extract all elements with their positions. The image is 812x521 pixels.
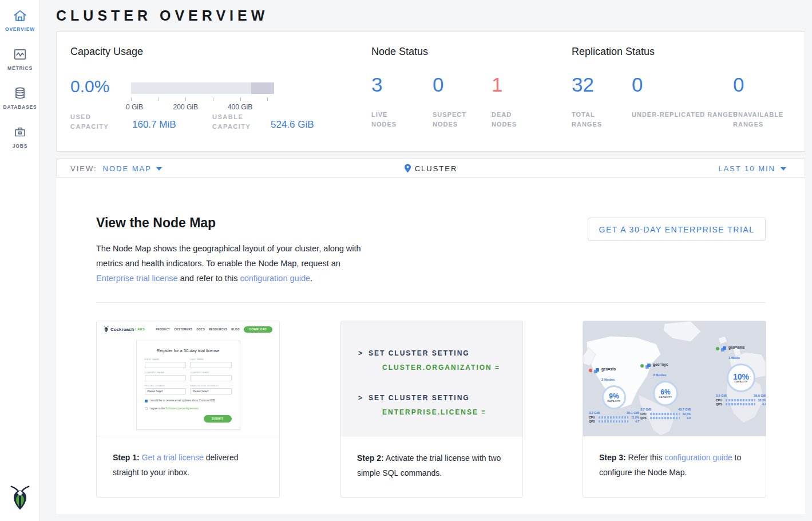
- usable-capacity-value: 524.6 GiB: [271, 119, 314, 131]
- qps-value: 4.7: [630, 420, 639, 423]
- locality-node-count: 2 Nodes: [653, 373, 666, 377]
- jobs-icon: [0, 125, 40, 140]
- under-replicated-ranges-label: UNDER-REPLICATED RANGES: [632, 110, 738, 120]
- enterprise-trial-license-link[interactable]: Enterprise trial license: [96, 274, 178, 283]
- capacity-usage-title: Capacity Usage: [70, 46, 143, 58]
- cpu-value: 42.5%: [682, 412, 691, 416]
- step-3-caption: Step 3: Refer this configuration guide t…: [583, 436, 766, 480]
- mini-form-title: Register for a 30-day trial license: [145, 348, 232, 353]
- capacity-total: 43.7 GiB: [678, 408, 691, 411]
- cpu-label: CPU: [640, 412, 648, 416]
- step-label: Step 1:: [113, 453, 140, 462]
- step-1-caption: Step 1: Get a trial license delivered st…: [97, 436, 279, 480]
- capacity-total: 36.6 GiB: [754, 394, 766, 397]
- sql-setting: CLUSTER.ORGANIZATION =: [358, 361, 522, 375]
- replication-status-title: Replication Status: [572, 46, 655, 58]
- sidebar-item-label: DATABASES: [0, 104, 40, 110]
- mini-field-label: REASON FOR INTEREST: [190, 385, 232, 387]
- step-3-card: geo=sfo2 Nodes 9% CAPACITY 3.2 GiB35.1 G…: [583, 321, 766, 498]
- section-divider: [96, 302, 766, 303]
- breadcrumb: CLUSTER: [57, 164, 805, 173]
- mini-checkbox-checked: [145, 400, 148, 402]
- home-icon: [0, 8, 40, 23]
- sidebar-item-overview[interactable]: OVERVIEW: [0, 0, 40, 39]
- step-label: Step 2:: [357, 453, 384, 463]
- cpu-label: CPU: [716, 398, 724, 402]
- node-status-section: Node Status 3 LIVE NODES 0 SUSPECT NODES…: [371, 32, 560, 151]
- capacity-label: CAPACITY: [607, 400, 620, 402]
- unavailable-ranges-value: 0: [733, 73, 744, 96]
- gauge-tick-label: 200 GiB: [173, 103, 198, 111]
- suspect-nodes-label: SUSPECT NODES: [433, 110, 466, 129]
- qps-value: 0.0: [682, 416, 691, 420]
- mini-input: [190, 375, 232, 381]
- mini-field-label: PROJECT PHASE: [145, 385, 187, 387]
- caption-text: Refer this: [626, 453, 665, 462]
- capacity-percent: 10%: [733, 373, 749, 380]
- capacity-gauge-nonusable-segment: [251, 82, 274, 94]
- step-2-caption: Step 2: Activate the trial license with …: [341, 437, 522, 480]
- cpu-value: 11.0%: [630, 416, 639, 419]
- get-trial-license-link[interactable]: Get a trial license: [142, 453, 204, 462]
- locality-name: geo=sfo: [601, 367, 616, 371]
- mini-nav-item: RESOURCES: [209, 328, 227, 331]
- capacity-gauge: 0 GiB 200 GiB 400 GiB: [131, 82, 274, 94]
- capacity-used: 3.6 GiB: [716, 394, 727, 397]
- dead-nodes-label: DEAD NODES: [492, 110, 517, 129]
- description-text: The Node Map shows the geographical layo…: [96, 244, 361, 268]
- gauge-tick-label: 400 GiB: [228, 103, 252, 111]
- mini-field-label: LAST NAME: [190, 358, 232, 361]
- mini-field-label: COMPANY EMAIL: [190, 372, 232, 374]
- under-replicated-ranges-value: 0: [632, 73, 643, 96]
- capacity-percent: 0.0%: [70, 77, 109, 96]
- mini-submit-button: SUBMIT: [204, 415, 231, 423]
- capacity-label: CAPACITY: [659, 396, 672, 398]
- locality-node-count: 2 Nodes: [601, 378, 615, 381]
- capacity-usage-section: Capacity Usage 0.0% 0 GiB 200 GiB 400 Gi…: [70, 32, 357, 151]
- mini-select: Please Select: [190, 388, 232, 394]
- time-range-dropdown[interactable]: LAST 10 MIN: [718, 164, 786, 173]
- cpu-bar: [726, 399, 755, 401]
- gauge-tick-label: 0 GiB: [126, 103, 143, 111]
- locality-node-count: 1 Node: [728, 356, 740, 360]
- sql-prompt: >: [358, 349, 363, 357]
- time-range-value: LAST 10 MIN: [718, 164, 775, 173]
- locality-name: geo=nyc: [653, 362, 668, 366]
- mini-select: Please Select: [145, 388, 187, 394]
- map-locality-sfo: geo=sfo2 Nodes 9% CAPACITY 3.2 GiB35.1 G…: [589, 362, 639, 423]
- qps-label: QPS: [716, 402, 724, 406]
- unavailable-ranges-label: UNAVAILABLE RANGES: [733, 110, 783, 129]
- enterprise-trial-button[interactable]: GET A 30-DAY ENTERPRISE TRIAL: [588, 218, 766, 241]
- dead-nodes-value: 1: [492, 73, 502, 96]
- mini-field-label: COMPANY NAME: [145, 372, 187, 374]
- sql-setting: ENTERPRISE.LICENSE =: [358, 405, 522, 420]
- capacity-percent: 6%: [660, 389, 670, 396]
- configuration-guide-link[interactable]: configuration guide: [240, 274, 310, 283]
- dead-status-icon: [589, 369, 592, 372]
- sql-commands-block: >SET CLUSTER SETTING CLUSTER.ORGANIZATIO…: [341, 321, 522, 437]
- configuration-guide-link[interactable]: configuration guide: [664, 453, 732, 462]
- node-map-content: View the Node Map The Node Map shows the…: [56, 177, 805, 514]
- total-ranges-value: 32: [572, 73, 594, 96]
- capacity-used: 3.2 GiB: [589, 411, 600, 415]
- qps-bar: [599, 420, 628, 423]
- total-ranges-label: TOTAL RANGES: [572, 110, 602, 129]
- sidebar-item-databases[interactable]: DATABASES: [0, 78, 40, 117]
- view-bar: VIEW: NODE MAP CLUSTER LAST 10 MIN: [56, 159, 805, 177]
- sql-command: SET CLUSTER SETTING: [369, 349, 470, 357]
- usable-capacity-label: USABLE CAPACITY: [212, 112, 264, 132]
- sidebar-item-metrics[interactable]: METRICS: [0, 39, 40, 78]
- sidebar-item-label: METRICS: [0, 65, 40, 71]
- sidebar-item-jobs[interactable]: JOBS: [0, 117, 40, 156]
- node-status-title: Node Status: [371, 46, 428, 58]
- node-map-heading: View the Node Map: [96, 215, 216, 231]
- mini-nav-item: BLOG: [231, 328, 240, 331]
- mini-checkbox-label: I would like to receive email updates ab…: [150, 399, 216, 402]
- sql-command: SET CLUSTER SETTING: [369, 394, 470, 402]
- cockroachdb-logo-icon: [104, 326, 109, 333]
- suspect-nodes-value: 0: [433, 73, 443, 96]
- description-text: and refer to this: [178, 274, 240, 283]
- live-status-icon: [640, 364, 644, 368]
- step-1-card: Cockroach LABS PRODUCT CUSTOMERS DOCS RE…: [96, 321, 280, 498]
- map-pin-icon: [404, 164, 411, 173]
